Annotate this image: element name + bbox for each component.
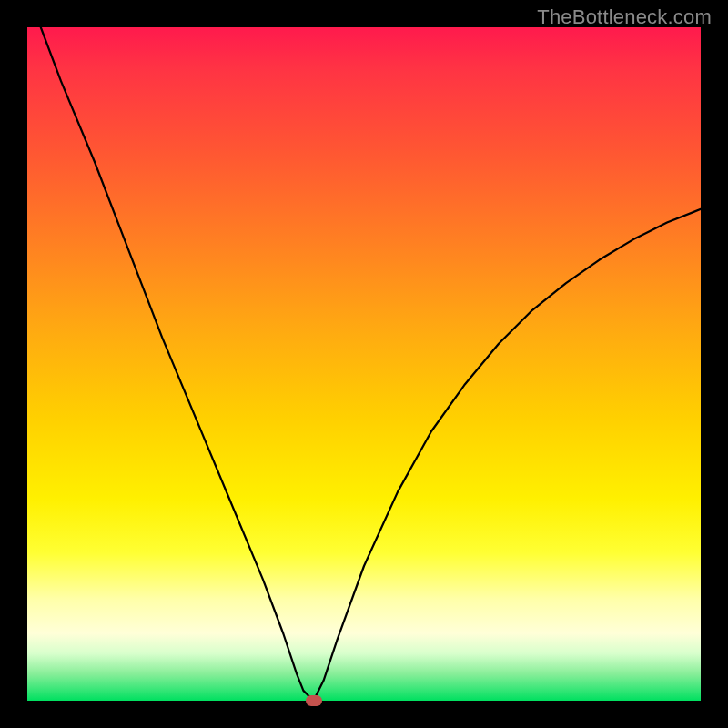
watermark-text: TheBottleneck.com [537, 5, 712, 29]
plot-area [27, 27, 701, 701]
bottleneck-curve [27, 27, 701, 701]
chart-frame: TheBottleneck.com [0, 0, 728, 728]
curve-left-path [41, 27, 314, 701]
curve-right-path [314, 209, 702, 701]
optimal-point-marker [306, 695, 322, 706]
